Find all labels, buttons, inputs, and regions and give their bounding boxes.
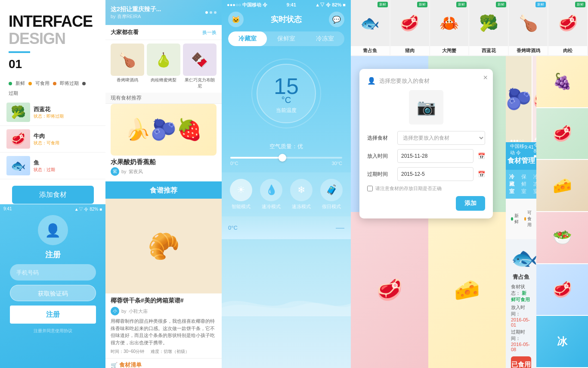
expire-time-input[interactable] [397, 167, 473, 181]
login-overlay: 9:41 ▲▽ 令 82% ■ 👤 注册 获取验证码 注册 注册并同意使用协议 [0, 204, 105, 368]
dialog-close-btn[interactable]: × [483, 73, 488, 82]
recipe-item-2[interactable]: 🍐 肉桂蜂蜜烤梨 [147, 44, 180, 89]
message-btn[interactable]: 💬 [329, 12, 344, 27]
main-wrapper: INTERFACE DESIGN 01 新鲜 可食用 即将过期 过期 🥦 西蓝花… [0, 0, 588, 368]
nav-cool-mode[interactable]: 💧 速冷模式 [260, 179, 282, 210]
mgmt-tab-cold[interactable]: 冷藏室 [506, 170, 518, 199]
far-cell-1: 🍇 [536, 56, 588, 108]
storage-tabs: 冷藏室 保鲜室 冷冻室 [228, 31, 344, 46]
broccoli-emoji: 🥦 [6, 103, 30, 122]
user-avatar-btn[interactable]: 🐱 [228, 12, 244, 27]
recipe-item-1[interactable]: 🍗 香烤啤酒鸡 [111, 44, 144, 89]
banner-content: 这2招让重庆辣子... by 喜摩REIRA [111, 6, 161, 20]
broccoli-img: 🥦 [6, 103, 30, 122]
fish-img: 🐟 [6, 156, 30, 175]
dialog-person-icon: 👤 [367, 77, 376, 85]
dialog-preview-img: 📷 [409, 90, 443, 125]
freeze-icon-circle: ❄ [290, 179, 313, 201]
mgmt-carrier: ●●●○○ 中国移动 令 [510, 138, 524, 156]
slider-thumb[interactable] [279, 154, 286, 162]
right-bg-berries: 🫐 [506, 56, 532, 142]
watching-title: 大家都在看 [111, 28, 139, 36]
mgmt-tab-freeze[interactable]: 冷冻室 [530, 170, 536, 199]
food-cell-crab: 🦀 大闸蟹 新鲜 [430, 0, 470, 56]
far-cell-2: 🥩 [536, 108, 588, 160]
tab-fresh-storage[interactable]: 保鲜室 [267, 31, 306, 46]
mgmt-phone-wrap: 🫐 🥩 ●●●○○ 中国移动 令 9:41 ▲▽ 令 82% ■ 食材管理 冷藏… [506, 56, 536, 368]
mgmt-fish-status-row: 食材状态： 新鲜可食用 [511, 284, 531, 303]
put-time-input[interactable] [397, 149, 473, 163]
mgmt-legend-fresh-label: 新鲜 [514, 213, 520, 225]
left-header: INTERFACE DESIGN 01 [0, 0, 105, 78]
featured-by: by [121, 169, 127, 174]
nav-smart-mode[interactable]: ☀ 智能模式 [230, 179, 252, 210]
checkbox-row: 请注意食材的存放日期是否正确 [367, 185, 485, 192]
food-cell-pork: 🥩 猪肉 新鲜 [390, 0, 430, 56]
banner-author: by 喜摩REIRA [111, 13, 161, 20]
title-main: INTERFACE [9, 13, 97, 30]
featured-recipe: 🍌🫐🍓 水果酸奶香蕉船 紫 by 紫夜风 [105, 104, 222, 181]
tab-freeze-storage[interactable]: 冷冻室 [306, 31, 344, 46]
temp-ring-wrapper: 15 °C 当前温度 [248, 55, 325, 134]
accent-line [9, 51, 30, 53]
recipe-thumb-2: 🍐 [147, 44, 180, 76]
eaten-button[interactable]: 已食用 [511, 356, 531, 368]
right-more-food-bg: 🫐 🥩 [506, 56, 536, 142]
mgmt-tab-fresh[interactable]: 保鲜室 [518, 170, 530, 199]
add-ingredient-btn[interactable]: 添加 [456, 196, 485, 211]
beef-info: 牛肉 状态：可食用 [34, 132, 59, 146]
freeze-label: 速冻模式 [292, 203, 311, 210]
phone-input[interactable] [10, 264, 96, 281]
featured-author-name: 紫夜风 [129, 168, 143, 175]
legend-label-fresh: 新鲜 [15, 80, 25, 87]
temp-center: 15 °C 当前温度 [274, 75, 299, 114]
mackerel-badge: 新鲜 [378, 2, 388, 7]
user-icon: 🐱 [232, 16, 240, 24]
beer-chicken-badge: 新鲜 [535, 2, 546, 7]
mgmt-fish-emoji: 🐟 [511, 246, 531, 271]
food-select-dropdown[interactable]: 选择您要放入的食材 [397, 131, 485, 145]
confirm-checkbox[interactable] [367, 186, 373, 191]
add-food-button[interactable]: 添加食材 [12, 186, 94, 204]
ingredients-section: 🛒 食材清单 黄油 50g 糯粉 25g 炼乳 20g [105, 358, 222, 368]
reco-time: 时间：30~60分钟 [111, 349, 144, 355]
recipe-column: 这2招让重庆辣子... by 喜摩REIRA 大家都在看 换一换 🍗 香烤啤酒鸡… [105, 0, 222, 368]
smart-label: 智能模式 [232, 203, 251, 210]
nav-holiday-mode[interactable]: 🧳 假日模式 [320, 179, 343, 210]
expire-time-field: 过期时间 📅 [367, 167, 485, 181]
slider-labels: 0°C 30°C [230, 161, 342, 166]
mgmt-dot-edible [524, 217, 526, 221]
recipe-name-2: 肉桂蜂蜜烤梨 [147, 77, 180, 83]
checkbox-text: 请注意食材的存放日期是否正确 [375, 185, 442, 192]
food-item-beef: 🥩 牛肉 状态：可食用 [0, 126, 105, 153]
register-button[interactable]: 注册 [10, 306, 96, 324]
center-column: ●●●○○ 中国移动 令 9:41 ▲▽ 令 82% ■ 🐱 实时状态 💬 冷藏… [222, 0, 351, 368]
verify-button[interactable]: 获取验证码 [10, 285, 96, 301]
temp-zero-label: 0°C [228, 225, 238, 231]
tab-cold-storage[interactable]: 冷藏室 [228, 31, 267, 46]
message-icon: 💬 [332, 16, 341, 24]
temp-value: 15 [274, 75, 299, 97]
food-cell-beer-chicken: 🍗 香烤啤酒鸡 新鲜 [509, 0, 548, 56]
refresh-action[interactable]: 换一换 [202, 29, 217, 36]
holiday-icon-circle: 🧳 [320, 179, 343, 201]
expire-label: 过期时间 [367, 171, 393, 178]
temp-right-arrow: — [336, 223, 344, 233]
broccoli-name: 西蓝花 [34, 106, 64, 113]
legend-dot-fresh [9, 82, 12, 85]
holiday-label: 假日模式 [322, 203, 341, 210]
broccoli-r-badge: 新鲜 [496, 2, 506, 7]
recipe-item-3[interactable]: 🍫 果仁巧克力布朗尼 [183, 44, 217, 89]
air-quality: 空气质量：优 [222, 143, 351, 150]
recipe-banner-top: 这2招让重庆辣子... by 喜摩REIRA [105, 0, 222, 25]
put-time-label: 放入时间： [511, 305, 525, 316]
put-time-calendar-icon[interactable]: 📅 [478, 153, 485, 159]
dialog-title: 选择您要放入的食材 [379, 77, 430, 85]
recipe-name-3: 果仁巧克力布朗尼 [183, 77, 217, 89]
temp-slider[interactable]: 0°C 30°C [230, 157, 342, 166]
expire-time-calendar-icon[interactable]: 📅 [478, 171, 485, 178]
far-cell-4: 🥗 [536, 212, 588, 264]
status-icons: ▲▽ 令 82% ■ [74, 206, 102, 212]
right-mgmt-area: 🫐 🥩 ●●●○○ 中国移动 令 9:41 ▲▽ 令 82% ■ 食材管理 冷藏… [506, 56, 536, 368]
nav-freeze-mode[interactable]: ❄ 速冻模式 [290, 179, 313, 210]
